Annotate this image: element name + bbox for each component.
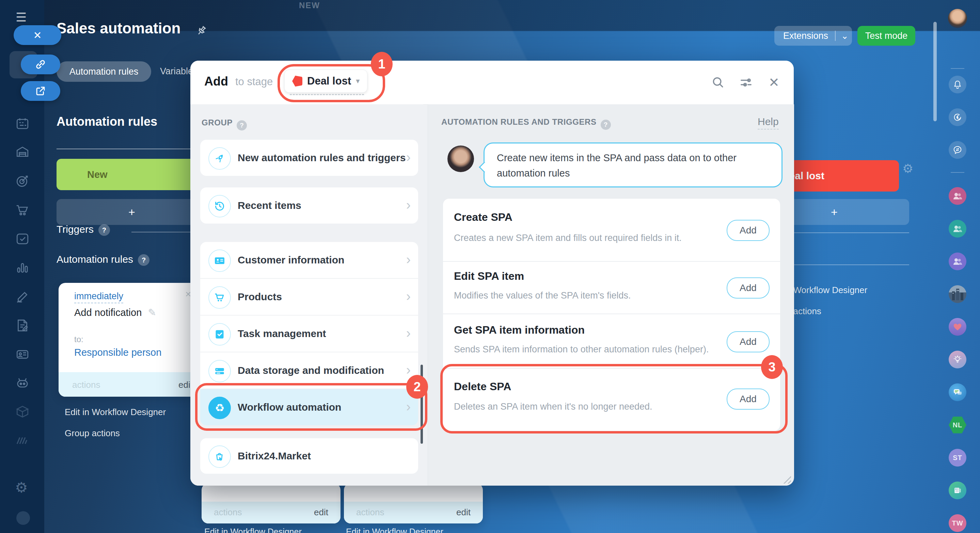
tasks-icon[interactable]: [15, 231, 30, 246]
search-icon[interactable]: [711, 76, 725, 89]
sign-icon[interactable]: [15, 289, 30, 304]
settings-gear-icon[interactable]: ⚙: [15, 479, 30, 494]
rule-item-get-spa-info: Get SPA item information Sends SPA item …: [443, 314, 780, 368]
bubble-tail: [479, 161, 490, 173]
analytics-icon[interactable]: [15, 260, 30, 275]
page-scrollbar[interactable]: [933, 22, 937, 121]
messenger-icon[interactable]: [949, 141, 966, 159]
group-item-new-automation[interactable]: New automation rules and triggers ›: [200, 140, 418, 176]
help-icon[interactable]: ?: [237, 120, 247, 131]
inventory-icon[interactable]: [15, 404, 30, 419]
assistant-bubble: Create new items in the SPA and pass dat…: [484, 142, 783, 187]
extensions-button[interactable]: Extensions ⌄: [774, 26, 852, 46]
group-actions-link-left[interactable]: Group actions: [65, 428, 120, 439]
gear-icon[interactable]: ⚙: [902, 161, 913, 176]
group-item-label: Products: [238, 291, 282, 303]
group-heading: GROUP: [202, 118, 232, 127]
group-item-products[interactable]: Products ›: [200, 278, 418, 315]
chat-avatar-city[interactable]: [949, 285, 966, 303]
chevron-right-icon: ›: [406, 252, 410, 267]
calendar-icon[interactable]: [15, 116, 30, 131]
rule-item-description: Deletes an SPA item when it's no longer …: [454, 401, 652, 412]
chat-avatar-news[interactable]: [949, 482, 966, 499]
hamburger-menu-icon[interactable]: ☰: [16, 10, 27, 24]
chat-badge-tw[interactable]: TW: [949, 514, 966, 532]
rule-title: Add notification ✎: [74, 307, 156, 318]
docs-icon[interactable]: [15, 318, 30, 333]
workflow-designer-link-left[interactable]: Edit in Workflow Designer: [65, 407, 166, 418]
rule-card-footer: actions edit: [59, 372, 206, 397]
ai-assistant-icon[interactable]: [15, 375, 30, 390]
rules-label: Automation rules: [57, 254, 133, 265]
workflow-designer-link-bottom[interactable]: Edit in Workflow Designer: [204, 527, 302, 533]
market-icon[interactable]: [15, 433, 30, 448]
chat-group-pink[interactable]: [949, 187, 966, 205]
chevron-right-icon: ›: [406, 150, 410, 165]
help-icon[interactable]: ?: [138, 254, 150, 266]
bottom-rule-card[interactable]: actions edit: [344, 483, 483, 523]
notifications-bell-icon[interactable]: [949, 76, 966, 93]
group-item-bitrix-market[interactable]: Bitrix24.Market: [200, 438, 418, 474]
pin-icon[interactable]: [195, 24, 208, 37]
contact-center-icon[interactable]: [15, 347, 30, 362]
stage-button-new[interactable]: New: [57, 159, 207, 190]
chat-group-teal[interactable]: [949, 220, 966, 238]
group-item-label: Workflow automation: [238, 401, 341, 413]
chevron-right-icon: ›: [406, 289, 410, 304]
modal-title: Add: [204, 74, 228, 89]
history-icon: [208, 195, 231, 217]
automation-rule-card[interactable]: immediately × Add notification ✎ to: Res…: [59, 283, 206, 397]
filter-settings-icon[interactable]: [739, 76, 753, 89]
more-icon[interactable]: [16, 511, 30, 525]
cart-icon[interactable]: [15, 203, 30, 217]
group-items-block: Customer information › Products › Task m…: [200, 242, 418, 423]
test-mode-button[interactable]: Test mode: [858, 26, 915, 46]
group-item-data-storage[interactable]: Data storage and modification ›: [200, 352, 418, 388]
rule-recipient-link[interactable]: Responsible person: [74, 347, 161, 358]
chat-group-purple[interactable]: [949, 252, 966, 270]
group-item-workflow-automation[interactable]: ♻ Workflow automation ›: [200, 388, 418, 425]
edit-link[interactable]: edit: [314, 507, 328, 518]
rule-item-delete-spa: Delete SPA Deletes an SPA item when it's…: [443, 369, 780, 431]
chat-avatar-messages[interactable]: [949, 383, 966, 401]
add-stage-button-left[interactable]: +: [57, 199, 207, 225]
close-panel-button[interactable]: ✕: [14, 25, 61, 45]
rule-timing-link[interactable]: immediately: [74, 291, 123, 303]
copy-link-button[interactable]: [21, 54, 60, 74]
add-button[interactable]: Add: [727, 331, 770, 353]
bottom-rule-card[interactable]: actions edit: [202, 483, 340, 523]
badge-text: ST: [953, 454, 962, 462]
chat-avatar-heart[interactable]: [949, 318, 966, 336]
add-button[interactable]: Add: [727, 388, 770, 410]
help-icon[interactable]: ?: [601, 120, 611, 130]
add-button[interactable]: Add: [727, 220, 770, 241]
help-link[interactable]: Help: [758, 116, 779, 129]
pencil-icon[interactable]: ✎: [148, 307, 156, 318]
chat-badge-nl[interactable]: NL: [949, 416, 966, 434]
open-external-button[interactable]: [21, 81, 60, 101]
group-item-recent[interactable]: Recent items ›: [200, 187, 418, 223]
copilot-icon[interactable]: [949, 109, 966, 126]
chat-badge-st[interactable]: ST: [949, 449, 966, 466]
new-badge: NEW: [299, 1, 320, 10]
chevron-right-icon: ›: [406, 399, 410, 414]
marketing-icon[interactable]: [15, 174, 30, 188]
rule-title-text: Add notification: [74, 307, 142, 318]
badge-text: TW: [952, 519, 963, 527]
chat-avatar-lightbulb[interactable]: [949, 351, 966, 369]
edit-link[interactable]: edit: [456, 507, 471, 518]
tab-automation-rules[interactable]: Automation rules: [57, 61, 151, 82]
modal-header: Add to stage Deal lost ▾ 1 ✕: [190, 61, 794, 105]
chevron-right-icon: ›: [406, 362, 410, 378]
add-button[interactable]: Add: [727, 278, 770, 298]
help-icon[interactable]: ?: [99, 224, 110, 236]
close-modal-icon[interactable]: ✕: [767, 76, 781, 89]
workflow-designer-link-bottom[interactable]: Edit in Workflow Designer: [346, 527, 443, 533]
profile-avatar[interactable]: [948, 9, 967, 28]
crm-icon[interactable]: [15, 145, 30, 160]
group-item-task-management[interactable]: Task management ›: [200, 315, 418, 352]
group-item-customer-info[interactable]: Customer information ›: [200, 242, 418, 278]
triggers-section: Triggers?: [57, 223, 110, 236]
annotation-badge-3: 3: [761, 355, 783, 379]
stage-selector-chip[interactable]: Deal lost ▾: [284, 70, 368, 93]
